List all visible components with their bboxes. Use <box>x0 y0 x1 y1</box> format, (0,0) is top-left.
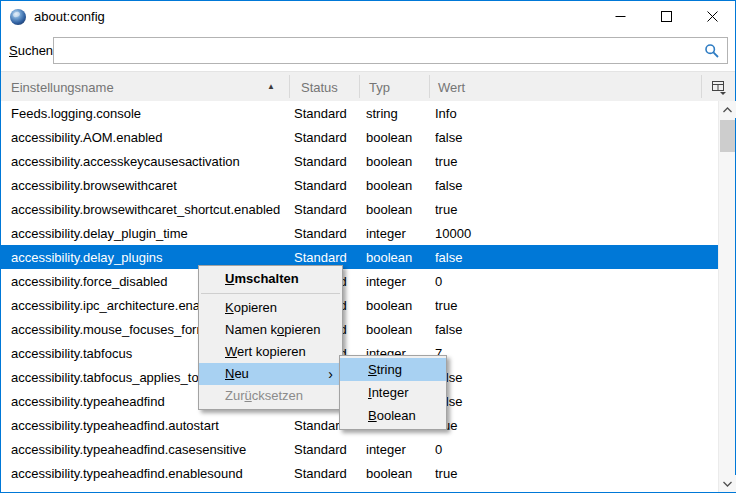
menu-item-wert-kopieren[interactable]: Wert kopieren <box>199 341 342 363</box>
cell-status: Standard <box>294 202 366 217</box>
scroll-down-button[interactable] <box>719 475 736 492</box>
menu-item-label: Kopieren <box>225 300 277 315</box>
cell-wert: false <box>435 394 718 409</box>
cell-wert: Info <box>435 106 718 121</box>
submenu-item-string[interactable]: String <box>340 358 446 381</box>
app-window: about:config Suchen: Einstellungsname ▲ … <box>0 0 736 493</box>
menu-item-label: String <box>368 362 402 377</box>
table-row[interactable]: Feeds.logging.consoleStandardstringInfo <box>1 101 718 125</box>
cell-typ: boolean <box>366 466 435 481</box>
menu-item-namen-kopieren[interactable]: Namen kopieren <box>199 319 342 341</box>
chevron-up-icon <box>723 107 732 113</box>
cell-status: Standard <box>294 106 366 121</box>
chevron-down-icon <box>723 481 732 487</box>
cell-name: accessibility.typeaheadfind.autostart <box>1 418 294 433</box>
cell-wert: false <box>435 322 718 337</box>
cell-typ: boolean <box>366 250 435 265</box>
table-row[interactable]: accessibility.browsewithcaretStandardboo… <box>1 173 718 197</box>
cell-typ: boolean <box>366 298 435 313</box>
cell-wert: false <box>435 250 718 265</box>
scroll-up-button[interactable] <box>719 101 736 118</box>
column-header-wert[interactable]: Wert <box>438 80 465 95</box>
menu-item-umschalten[interactable]: Umschalten <box>199 268 342 290</box>
header-separator <box>359 75 360 98</box>
cell-typ: boolean <box>366 130 435 145</box>
table-row[interactable]: accessibility.force_disabledStandardinte… <box>1 269 718 293</box>
menu-item-label: Neu <box>225 366 249 381</box>
menu-item-label: Namen kopieren <box>225 322 320 337</box>
cell-typ: integer <box>366 226 435 241</box>
table-row[interactable]: accessibility.ipc_architecture.enabledSt… <box>1 293 718 317</box>
table-row[interactable]: accessibility.delay_pluginsStandardboole… <box>1 245 718 269</box>
submenu-item-boolean[interactable]: Boolean <box>340 404 446 427</box>
vertical-scrollbar[interactable] <box>718 101 735 492</box>
context-menu: UmschaltenKopierenNamen kopierenWert kop… <box>198 265 343 410</box>
header-separator <box>429 75 430 98</box>
search-label-accesskey: S <box>9 43 18 58</box>
header-separator <box>701 75 702 98</box>
cell-typ: integer <box>366 274 435 289</box>
cell-name: accessibility.typeaheadfind.casesensitiv… <box>1 442 294 457</box>
search-bar: Suchen: <box>1 32 735 71</box>
cell-typ: boolean <box>366 202 435 217</box>
column-picker-icon <box>711 80 727 95</box>
search-label: Suchen: <box>9 43 57 58</box>
cell-wert: true <box>435 298 718 313</box>
menu-item-neu[interactable]: Neu› <box>199 363 342 385</box>
cell-name: accessibility.delay_plugin_time <box>1 226 294 241</box>
cell-wert: true <box>435 466 718 481</box>
menu-item-kopieren[interactable]: Kopieren <box>199 297 342 319</box>
cell-wert: true <box>435 154 718 169</box>
maximize-button[interactable] <box>643 1 689 32</box>
search-input[interactable] <box>53 37 728 64</box>
cell-name: Feeds.logging.console <box>1 106 294 121</box>
table-row[interactable]: accessibility.mouse_focuses_formcontrolS… <box>1 317 718 341</box>
cell-name: accessibility.delay_plugins <box>1 250 294 265</box>
table-header: Einstellungsname ▲ Status Typ Wert <box>1 71 735 101</box>
cell-typ: string <box>366 106 435 121</box>
search-icon[interactable] <box>704 43 720 59</box>
menu-item-zur-cksetzen: Zurücksetzen <box>199 385 342 407</box>
minimize-button[interactable] <box>597 1 643 32</box>
cell-status: Standard <box>294 466 366 481</box>
cell-status: Standard <box>294 226 366 241</box>
search-label-text: uchen: <box>18 43 57 58</box>
submenu-item-integer[interactable]: Integer <box>340 381 446 404</box>
cell-status: Standard <box>294 250 366 265</box>
menu-item-label: Umschalten <box>225 271 299 286</box>
column-header-status[interactable]: Status <box>301 80 338 95</box>
submenu-arrow-icon: › <box>328 363 333 385</box>
table-row[interactable]: accessibility.typeaheadfind.enablesoundS… <box>1 461 718 485</box>
cell-name: accessibility.browsewithcaret <box>1 178 294 193</box>
cell-status: Standard <box>294 154 366 169</box>
cell-status: Standard <box>294 130 366 145</box>
header-separator <box>289 75 290 98</box>
scrollbar-thumb[interactable] <box>720 120 735 152</box>
menu-item-label: Integer <box>368 385 409 400</box>
maximize-icon <box>661 11 672 22</box>
preferences-table: Feeds.logging.consoleStandardstringInfoa… <box>1 101 735 492</box>
cell-name: accessibility.typeaheadfind.enablesound <box>1 466 294 481</box>
cell-wert: 10000 <box>435 226 718 241</box>
cell-typ: integer <box>366 442 435 457</box>
column-header-typ[interactable]: Typ <box>369 80 390 95</box>
column-picker-button[interactable] <box>706 75 732 99</box>
close-button[interactable] <box>689 1 735 32</box>
cell-typ: boolean <box>366 322 435 337</box>
table-row[interactable]: accessibility.browsewithcaret_shortcut.e… <box>1 197 718 221</box>
column-header-name[interactable]: Einstellungsname <box>11 80 114 95</box>
table-row[interactable]: accessibility.accesskeycausesactivationS… <box>1 149 718 173</box>
table-row[interactable]: accessibility.typeaheadfind.casesensitiv… <box>1 437 718 461</box>
window-controls <box>597 1 735 32</box>
table-row[interactable]: accessibility.AOM.enabledStandardboolean… <box>1 125 718 149</box>
cell-typ: boolean <box>366 178 435 193</box>
cell-wert: false <box>435 130 718 145</box>
cell-wert: false <box>435 370 718 385</box>
cell-wert: 0 <box>435 442 718 457</box>
minimize-icon <box>615 11 626 22</box>
cell-wert: 7 <box>435 346 718 361</box>
cell-name: accessibility.browsewithcaret_shortcut.e… <box>1 202 294 217</box>
cell-wert: true <box>435 202 718 217</box>
table-row[interactable]: accessibility.delay_plugin_timeStandardi… <box>1 221 718 245</box>
cell-status: Standard <box>294 442 366 457</box>
